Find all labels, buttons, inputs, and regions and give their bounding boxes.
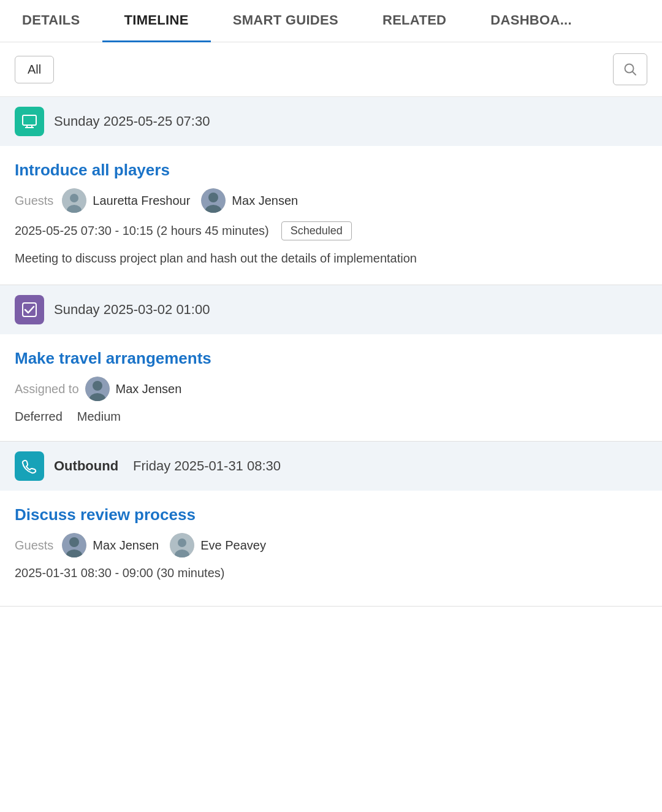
- tab-smart-guides[interactable]: SMART GUIDES: [211, 0, 360, 42]
- avatar-eve: [170, 533, 194, 557]
- monitor-icon: [15, 107, 44, 136]
- entry-body-1: Introduce all players Guests Lauretta Fr…: [0, 146, 662, 285]
- time-row-3: 2025-01-31 08:30 - 09:00 (30 minutes): [15, 566, 647, 580]
- assigned-label: Assigned to: [15, 382, 79, 396]
- avatar-lauretta: [62, 188, 86, 213]
- entry-title-3[interactable]: Discuss review process: [15, 505, 647, 524]
- assigned-row: Assigned to Max Jensen: [15, 377, 647, 401]
- entry-title-1[interactable]: Introduce all players: [15, 161, 647, 180]
- filter-bar: All: [0, 42, 662, 97]
- phone-icon: [15, 451, 44, 481]
- entry-body-3: Discuss review process Guests Max Jensen…: [0, 491, 662, 606]
- tab-bar: DETAILS TIMELINE SMART GUIDES RELATED DA…: [0, 0, 662, 42]
- timeline-entry-3: Outbound Friday 2025-01-31 08:30 Discuss…: [0, 442, 662, 607]
- guest-name-max-3: Max Jensen: [93, 538, 159, 553]
- task-status: Deferred: [15, 410, 63, 424]
- status-badge-1: Scheduled: [281, 221, 352, 240]
- guest-name-max-1: Max Jensen: [232, 194, 298, 208]
- timeline-entry-2: Sunday 2025-03-02 01:00 Make travel arra…: [0, 285, 662, 442]
- date-text-2: Sunday 2025-03-02 01:00: [54, 302, 210, 318]
- avatar-max-1: [201, 188, 226, 213]
- date-header-2: Sunday 2025-03-02 01:00: [0, 285, 662, 334]
- time-text-1: 2025-05-25 07:30 - 10:15 (2 hours 45 min…: [15, 224, 269, 238]
- outbound-header: Outbound Friday 2025-01-31 08:30: [0, 442, 662, 491]
- avatar-max-3: [62, 533, 86, 557]
- svg-point-14: [93, 381, 102, 391]
- tab-dashboard[interactable]: DASHBOA...: [468, 0, 594, 42]
- timeline-entry-1: Sunday 2025-05-25 07:30 Introduce all pl…: [0, 97, 662, 285]
- call-type-label: Outbound: [54, 458, 118, 474]
- date-text-1: Sunday 2025-05-25 07:30: [54, 113, 210, 129]
- time-row-1: 2025-05-25 07:30 - 10:15 (2 hours 45 min…: [15, 221, 647, 240]
- task-priority: Medium: [77, 410, 121, 424]
- svg-point-20: [178, 538, 186, 547]
- search-icon: [623, 63, 637, 76]
- svg-rect-2: [23, 115, 36, 125]
- tab-related[interactable]: RELATED: [360, 0, 468, 42]
- assigned-name: Max Jensen: [116, 382, 182, 396]
- guests-label-3: Guests: [15, 538, 53, 553]
- filter-all-button[interactable]: All: [15, 56, 54, 83]
- search-button[interactable]: [613, 53, 647, 85]
- description-1: Meeting to discuss project plan and hash…: [15, 249, 647, 267]
- guest-name-eve: Eve Peavey: [200, 538, 266, 553]
- svg-point-10: [208, 193, 218, 202]
- outbound-date: Friday 2025-01-31 08:30: [133, 458, 281, 474]
- guests-row-3: Guests Max Jensen Eve Peavey: [15, 533, 647, 557]
- entry-title-2[interactable]: Make travel arrangements: [15, 349, 647, 368]
- guests-label-1: Guests: [15, 194, 53, 208]
- guest-name-lauretta: Lauretta Freshour: [93, 194, 190, 208]
- date-header-1: Sunday 2025-05-25 07:30: [0, 97, 662, 146]
- tab-details[interactable]: DETAILS: [0, 0, 102, 42]
- svg-point-17: [69, 537, 79, 547]
- guests-row-1: Guests Lauretta Freshour Max Jensen: [15, 188, 647, 213]
- task-meta: Deferred Medium: [15, 410, 647, 424]
- time-text-3: 2025-01-31 08:30 - 09:00 (30 minutes): [15, 566, 224, 580]
- tab-timeline[interactable]: TIMELINE: [102, 0, 211, 42]
- svg-point-7: [70, 194, 78, 202]
- svg-line-1: [633, 72, 636, 75]
- checkbox-icon: [15, 295, 44, 324]
- avatar-max-2: [85, 377, 110, 401]
- entry-body-2: Make travel arrangements Assigned to Max…: [0, 334, 662, 441]
